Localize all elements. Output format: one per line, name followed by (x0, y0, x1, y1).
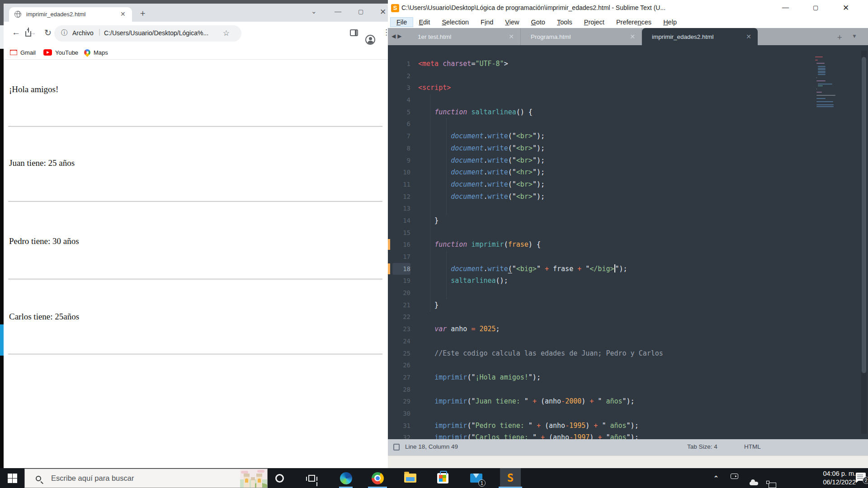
code-line-21[interactable]: 21 } (388, 299, 868, 311)
code-line-20[interactable]: 20 (388, 287, 868, 299)
hidden-icons-chevron-icon[interactable]: ⌃ (713, 474, 719, 482)
new-tab-button[interactable]: ＋ (138, 7, 147, 19)
page-horizontal-rule (8, 279, 382, 280)
taskbar-file-explorer[interactable] (400, 468, 420, 488)
new-file-tab-icon[interactable]: ＋ (835, 32, 844, 42)
code-line-29[interactable]: 29 imprimir("Juan tiene: " + (anho-2000)… (388, 395, 868, 408)
menu-selection[interactable]: Selection (436, 18, 475, 27)
tab-size-status[interactable]: Tab Size: 4 (687, 443, 717, 450)
editor-tab-close-icon[interactable]: ✕ (509, 33, 514, 40)
tab-close-icon[interactable]: ✕ (120, 10, 126, 18)
code-line-11[interactable]: 11 document.write("<br>"); (388, 178, 868, 191)
sublime-maximize-button[interactable]: ▢ (813, 4, 818, 11)
onedrive-cloud-icon[interactable] (750, 482, 758, 485)
code-line-19[interactable]: 19 saltarlinea(); (388, 275, 868, 287)
profile-avatar-icon[interactable] (365, 35, 375, 45)
menu-project[interactable]: Project (578, 18, 610, 27)
bookmark-star-icon[interactable]: ☆ (223, 28, 230, 38)
sublime-title-bar[interactable]: S C:\Users\Usuario\Desktop\Lógica de pro… (388, 0, 868, 16)
syntax-status[interactable]: HTML (744, 443, 761, 450)
code-line-8[interactable]: 8 document.write("<br>"); (388, 142, 868, 155)
editor-tab-1er-test-html[interactable]: 1er test.html✕ (408, 28, 521, 45)
chrome-tab[interactable]: imprimir_edades2.html ✕ (9, 7, 132, 22)
bookmark-gmail[interactable]: Gmail (10, 47, 36, 57)
code-line-4[interactable]: 4 (388, 94, 868, 106)
code-line-3[interactable]: 3<script> (388, 82, 868, 94)
taskbar-clock[interactable]: 04:06 p. m. 06/12/2022 (823, 469, 856, 487)
taskbar-sublime-text[interactable]: S (500, 468, 521, 488)
meet-now-camera-icon[interactable] (731, 474, 738, 479)
code-line-28[interactable]: 28 (388, 384, 868, 396)
tab-list-dropdown-icon[interactable]: ▼ (852, 33, 857, 39)
code-line-15[interactable]: 15 (388, 227, 868, 239)
code-line-17[interactable]: 17 (388, 251, 868, 263)
code-line-13[interactable]: 13 (388, 202, 868, 215)
code-line-23[interactable]: 23 var anho = 2025; (388, 323, 868, 335)
chrome-minimize-button[interactable]: — (335, 7, 341, 15)
address-bar[interactable]: ⓘ Archivo | C:/Users/Usuario/Desktop/Lóg… (54, 25, 241, 42)
start-button[interactable] (2, 468, 23, 488)
taskbar-cortana[interactable] (269, 468, 290, 488)
vintage-mode-icon[interactable] (393, 444, 400, 450)
code-line-31[interactable]: 31 imprimir("Pedro tiene: " + (anho-1995… (388, 420, 868, 432)
menu-goto[interactable]: Goto (525, 18, 551, 27)
code-line-10[interactable]: 10 document.write("<hr>"); (388, 166, 868, 178)
taskbar-edge[interactable] (335, 468, 356, 488)
editor-scrollbar[interactable] (861, 51, 867, 434)
code-line-2[interactable]: 2 (388, 70, 868, 82)
code-editor[interactable]: 1<meta charset="UTF-8">23<script>45 func… (388, 45, 868, 439)
menu-file[interactable]: File (391, 18, 413, 27)
sublime-minimize-button[interactable]: — (782, 3, 789, 11)
side-panel-icon[interactable] (350, 29, 358, 36)
taskbar-chrome[interactable] (367, 468, 388, 488)
taskbar-mail[interactable]: 1 (466, 468, 486, 488)
editor-tab-imprimir_edades2-html[interactable]: imprimir_edades2.html✕ (642, 28, 758, 45)
code-line-7[interactable]: 7 document.write("<br>"); (388, 130, 868, 142)
menu-tools[interactable]: Tools (551, 18, 578, 27)
action-center-button[interactable]: 2 (856, 473, 866, 481)
back-icon[interactable]: ← (12, 28, 20, 38)
code-line-5[interactable]: 5 function saltarlinea() { (388, 106, 868, 118)
share-icon[interactable] (25, 31, 31, 37)
site-info-icon[interactable]: ⓘ (61, 29, 67, 37)
menu-preferences[interactable]: Preferences (610, 18, 657, 27)
code-line-9[interactable]: 9 document.write("<br>"); (388, 155, 868, 167)
bookmark-youtube[interactable]: YouTube (43, 47, 78, 57)
code-line-32[interactable]: 32 imprimir("Carlos tiene: " + (anho-199… (388, 432, 868, 439)
editor-tab-close-icon[interactable]: ✕ (746, 33, 751, 40)
network-icon[interactable] (769, 483, 776, 488)
bookmark-maps[interactable]: Maps (84, 47, 108, 57)
search-daily-image[interactable] (240, 469, 267, 488)
menu-view[interactable]: View (499, 18, 525, 27)
taskbar-search-box[interactable]: Escribe aquí para buscar (24, 469, 268, 488)
taskbar-task-view[interactable] (301, 468, 322, 488)
code-line-22[interactable]: 22 (388, 311, 868, 323)
tab-nav-arrows-icon[interactable]: ◀▶ (392, 33, 403, 39)
menu-help[interactable]: Help (657, 18, 683, 27)
code-line-14[interactable]: 14 } (388, 215, 868, 227)
code-token: - (569, 433, 573, 439)
editor-tab-Programa-html[interactable]: Programa.html✕ (521, 28, 642, 45)
scrollbar-thumb[interactable] (862, 57, 866, 373)
sublime-close-button[interactable]: ✕ (843, 3, 849, 13)
taskbar-microsoft-store[interactable] (432, 468, 453, 488)
code-line-24[interactable]: 24 (388, 335, 868, 347)
minimap[interactable] (815, 56, 854, 108)
code-line-26[interactable]: 26 (388, 359, 868, 371)
reload-icon[interactable]: ↻ (44, 28, 52, 38)
chrome-maximize-button[interactable]: ▢ (358, 8, 363, 15)
chrome-close-button[interactable]: ✕ (380, 7, 386, 17)
code-line-16[interactable]: 16 function imprimir(frase) { (388, 239, 868, 251)
code-line-27[interactable]: 27 imprimir("¡Hola amigos!"); (388, 371, 868, 384)
menu-edit[interactable]: Edit (413, 18, 436, 27)
editor-tab-close-icon[interactable]: ✕ (630, 33, 635, 40)
code-line-12[interactable]: 12 document.write("<br>"); (388, 191, 868, 203)
menu-find[interactable]: Find (475, 18, 499, 27)
code-line-18[interactable]: 18 document.write("<big>" + frase + "</b… (388, 263, 868, 275)
code-line-6[interactable]: 6 (388, 118, 868, 130)
code-line-30[interactable]: 30 (388, 408, 868, 420)
code-line-1[interactable]: 1<meta charset="UTF-8"> (388, 58, 868, 70)
tab-search-chevron-icon[interactable]: ⌄ (311, 7, 317, 15)
code-line-25[interactable]: 25 //Este codigo calcula las edades de J… (388, 347, 868, 360)
address-url[interactable]: C:/Users/Usuario/Desktop/Lógica%... (104, 29, 208, 37)
